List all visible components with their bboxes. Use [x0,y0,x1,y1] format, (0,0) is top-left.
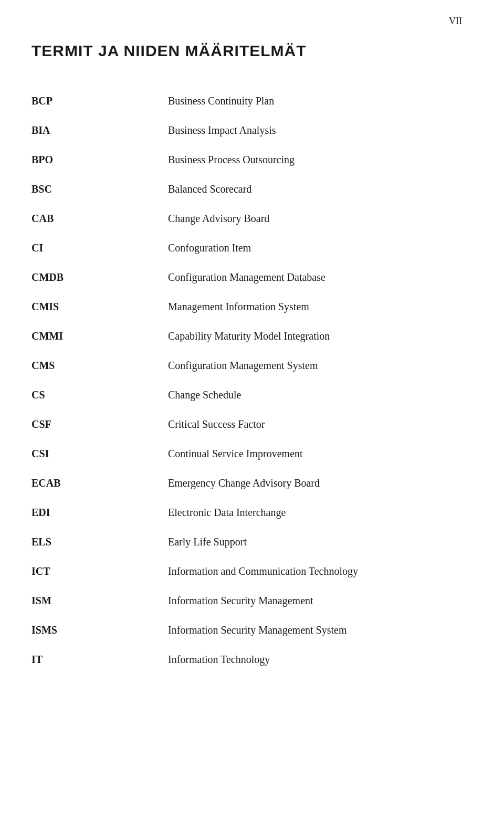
definition: Configuration Management Database [168,262,462,292]
definition: Change Schedule [168,380,462,409]
definition: Electronic Data Interchange [168,498,462,527]
glossary-row: BPOBusiness Process Outsourcing [32,145,462,174]
abbreviation: BCP [32,86,168,115]
abbreviation: BPO [32,145,168,174]
definition: Capability Maturity Model Integration [168,321,462,351]
glossary-row: ISMInformation Security Management [32,586,462,615]
definition: Early Life Support [168,527,462,556]
abbreviation: CMIS [32,292,168,321]
abbreviation: CMDB [32,262,168,292]
glossary-row: BIABusiness Impact Analysis [32,115,462,145]
abbreviation: BIA [32,115,168,145]
definition: Management Information System [168,292,462,321]
definition: Confoguration Item [168,233,462,262]
glossary-row: CSIContinual Service Improvement [32,439,462,468]
definition: Information Security Management System [168,615,462,645]
glossary-row: CMMICapability Maturity Model Integratio… [32,321,462,351]
definition: Continual Service Improvement [168,439,462,468]
glossary-table: BCPBusiness Continuity PlanBIABusiness I… [32,86,462,674]
glossary-row: ECABEmergency Change Advisory Board [32,468,462,498]
abbreviation: ISM [32,586,168,615]
definition: Business Continuity Plan [168,86,462,115]
glossary-row: BCPBusiness Continuity Plan [32,86,462,115]
definition: Emergency Change Advisory Board [168,468,462,498]
glossary-row: ISMSInformation Security Management Syst… [32,615,462,645]
glossary-row: CSChange Schedule [32,380,462,409]
abbreviation: BSC [32,174,168,204]
glossary-row: EDIElectronic Data Interchange [32,498,462,527]
definition: Balanced Scorecard [168,174,462,204]
glossary-row: ICTInformation and Communication Technol… [32,556,462,586]
page-number: VII [449,16,462,27]
abbreviation: ISMS [32,615,168,645]
abbreviation: CAB [32,204,168,233]
glossary-row: ELSEarly Life Support [32,527,462,556]
abbreviation: CSI [32,439,168,468]
abbreviation: ELS [32,527,168,556]
definition: Information and Communication Technology [168,556,462,586]
glossary-row: CMISManagement Information System [32,292,462,321]
definition: Business Process Outsourcing [168,145,462,174]
glossary-row: CIConfoguration Item [32,233,462,262]
definition: Change Advisory Board [168,204,462,233]
abbreviation: CI [32,233,168,262]
glossary-row: ITInformation Technology [32,645,462,674]
definition: Critical Success Factor [168,409,462,439]
abbreviation: EDI [32,498,168,527]
abbreviation: CS [32,380,168,409]
abbreviation: ICT [32,556,168,586]
glossary-row: CABChange Advisory Board [32,204,462,233]
abbreviation: CMS [32,351,168,380]
page-title: TERMIT JA NIIDEN MÄÄRITELMÄT [32,42,462,60]
glossary-row: CMDBConfiguration Management Database [32,262,462,292]
abbreviation: CMMI [32,321,168,351]
definition: Information Security Management [168,586,462,615]
abbreviation: IT [32,645,168,674]
definition: Business Impact Analysis [168,115,462,145]
glossary-row: BSCBalanced Scorecard [32,174,462,204]
abbreviation: ECAB [32,468,168,498]
definition: Configuration Management System [168,351,462,380]
glossary-row: CSFCritical Success Factor [32,409,462,439]
abbreviation: CSF [32,409,168,439]
glossary-row: CMSConfiguration Management System [32,351,462,380]
definition: Information Technology [168,645,462,674]
